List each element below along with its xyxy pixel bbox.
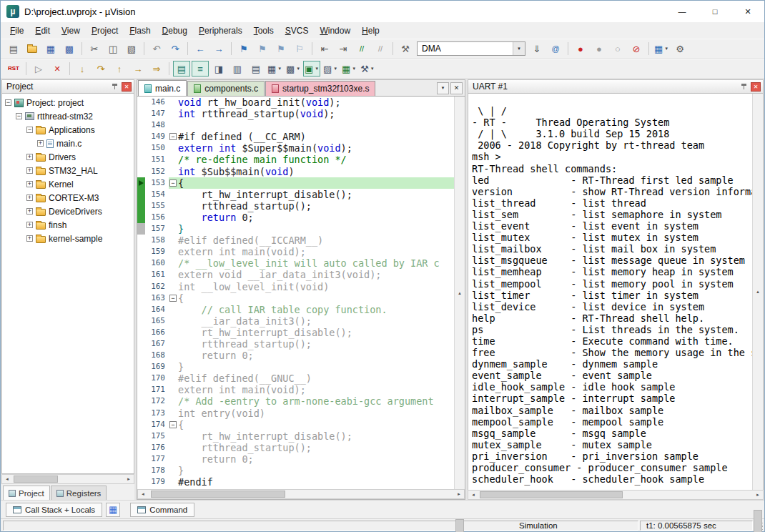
menu-edit[interactable]: Edit	[29, 24, 56, 38]
code-text[interactable]: rt_hw_interrupt_disable();	[178, 189, 454, 200]
uncomment-button[interactable]: //	[372, 41, 389, 56]
tree-item-drivers[interactable]: +Drivers	[2, 150, 134, 164]
editor-margin[interactable]	[137, 350, 145, 361]
disassembly-window-button[interactable]: ≡	[192, 61, 209, 77]
scroll-right-icon[interactable]: ►	[454, 490, 464, 498]
toolbox-button[interactable]: ⚒▼	[359, 61, 376, 77]
code-text[interactable]: extern int main(void);	[178, 384, 454, 395]
editor-margin[interactable]	[137, 395, 145, 407]
menu-help[interactable]: Help	[356, 24, 385, 38]
flash-download-button[interactable]: ⇓	[528, 41, 546, 56]
project-horizontal-scrollbar[interactable]: ◄ ►	[1, 474, 134, 484]
editor-margin[interactable]	[137, 97, 145, 108]
find-in-files-button[interactable]: @	[547, 41, 564, 56]
code-text[interactable]: rt_hw_interrupt_disable();	[178, 327, 454, 338]
dropdown-arrow-icon[interactable]: ▼	[370, 66, 375, 71]
pin-icon[interactable]	[741, 83, 747, 90]
symbol-window-button[interactable]: ◨	[210, 61, 227, 77]
serial-window-button[interactable]: ▣▼	[303, 61, 320, 77]
fold-toggle-icon[interactable]: −	[169, 179, 177, 187]
code-text[interactable]: extern void __iar_data_init3(void);	[178, 269, 454, 280]
code-text[interactable]: {	[178, 292, 454, 304]
project-tab[interactable]: Project	[3, 486, 50, 500]
editor-margin[interactable]	[137, 119, 145, 131]
bookmark-clear-button[interactable]: ⚐	[291, 41, 308, 56]
watch-window-button[interactable]: ▦▼	[266, 61, 283, 77]
system-viewer-button[interactable]: ▦▼	[340, 61, 357, 77]
save-button[interactable]: ▦	[42, 41, 59, 56]
expand-icon[interactable]: +	[26, 222, 33, 228]
cut-button[interactable]: ✂	[86, 41, 103, 56]
expand-icon[interactable]: +	[26, 167, 33, 174]
code-text[interactable]: int entry(void)	[178, 408, 454, 419]
scrollbar-track[interactable]	[478, 491, 753, 499]
step-into-button[interactable]: ↓	[74, 61, 91, 77]
scrollbar-thumb[interactable]	[480, 491, 623, 498]
code-text[interactable]: rt_hw_interrupt_disable();	[178, 430, 454, 442]
collapse-icon[interactable]: −	[16, 113, 22, 119]
code-text[interactable]: rtthread_startup();	[178, 442, 454, 453]
dropdown-arrow-icon[interactable]: ▼	[277, 66, 282, 71]
indent-button[interactable]: ⇥	[335, 41, 352, 56]
navigate-back-button[interactable]: ←	[192, 41, 209, 56]
scroll-up-icon[interactable]: ▲	[753, 94, 763, 490]
dropdown-arrow-icon[interactable]: ▼	[315, 66, 319, 71]
code-text[interactable]: void rt_hw_board_init(void);	[178, 97, 454, 108]
redo-button[interactable]: ↷	[167, 41, 184, 56]
expand-icon[interactable]: +	[26, 154, 33, 160]
editor-margin[interactable]	[137, 246, 145, 257]
comment-button[interactable]: //	[353, 41, 370, 56]
code-area[interactable]: 146void rt_hw_board_init(void);147int rt…	[137, 97, 454, 489]
command-window-button[interactable]: ▤	[173, 61, 190, 77]
editor-margin[interactable]	[137, 373, 145, 384]
editor-tab-startup-stm32f103xe-s[interactable]: startup_stm32f103xe.s	[265, 81, 375, 96]
new-file-button[interactable]: ▤	[5, 41, 22, 56]
dropdown-arrow-icon[interactable]: ▼	[352, 66, 356, 71]
menu-flash[interactable]: Flash	[124, 24, 156, 38]
tree-item-kernel[interactable]: +Kernel	[2, 177, 134, 191]
paste-button[interactable]: ▧	[123, 41, 140, 56]
menu-file[interactable]: File	[4, 24, 29, 38]
uart-vertical-scrollbar[interactable]: ▲ ▼	[752, 94, 763, 490]
editor-margin[interactable]	[137, 408, 145, 419]
editor-margin[interactable]	[137, 315, 145, 327]
menu-tools[interactable]: Tools	[248, 24, 280, 38]
step-over-button[interactable]: ↷	[92, 61, 109, 77]
menu-debug[interactable]: Debug	[157, 24, 193, 38]
menu-project[interactable]: Project	[86, 24, 124, 38]
editor-margin[interactable]	[137, 453, 145, 465]
editor-margin[interactable]	[137, 476, 145, 488]
editor-margin[interactable]	[137, 131, 145, 142]
code-text[interactable]: return 0;	[178, 350, 454, 361]
collapse-icon[interactable]: −	[26, 127, 33, 133]
tree-item-cortex-m3[interactable]: +CORTEX-M3	[2, 191, 134, 205]
code-text[interactable]: }	[178, 361, 454, 373]
editor-margin[interactable]	[137, 257, 145, 269]
tab-list-dropdown-button[interactable]: ▼	[437, 82, 449, 94]
code-text[interactable]: /* re-define main function */	[178, 154, 454, 165]
call-stack-window-button[interactable]: ▤	[247, 61, 265, 77]
scrollbar-track[interactable]	[12, 475, 124, 483]
disable-breakpoint-button[interactable]: ●	[591, 41, 608, 56]
bookmark-prev-button[interactable]: ⚑	[254, 41, 271, 56]
scrollbar-thumb[interactable]	[455, 519, 464, 532]
tree-item-applications[interactable]: −Applications	[2, 123, 134, 137]
editor-margin[interactable]	[137, 304, 145, 315]
uart-horizontal-scrollbar[interactable]: ◄ ►	[468, 490, 764, 500]
fold-toggle-icon[interactable]: −	[169, 133, 177, 140]
run-to-cursor-button[interactable]: →	[129, 61, 147, 77]
project-panel-close-icon[interactable]: ✕	[122, 82, 132, 92]
dropdown-arrow-icon[interactable]: ▼	[333, 66, 337, 71]
dropdown-arrow-icon[interactable]: ▼	[296, 66, 300, 71]
uart-terminal[interactable]: \ | /- RT - Thread Operating System / | …	[468, 94, 752, 490]
expand-icon[interactable]: +	[26, 194, 33, 201]
editor-margin[interactable]	[137, 281, 145, 292]
editor-margin[interactable]	[137, 142, 145, 154]
editor-vertical-scrollbar[interactable]: ▲ ▼	[454, 97, 465, 489]
copy-button[interactable]: ◫	[104, 41, 122, 56]
scrollbar-thumb[interactable]	[14, 476, 58, 483]
scrollbar-track[interactable]	[148, 490, 454, 498]
expand-icon[interactable]: +	[26, 208, 33, 215]
stop-button[interactable]: ✕	[49, 61, 66, 77]
toggle-breakpoint-button[interactable]: ●	[572, 41, 589, 56]
